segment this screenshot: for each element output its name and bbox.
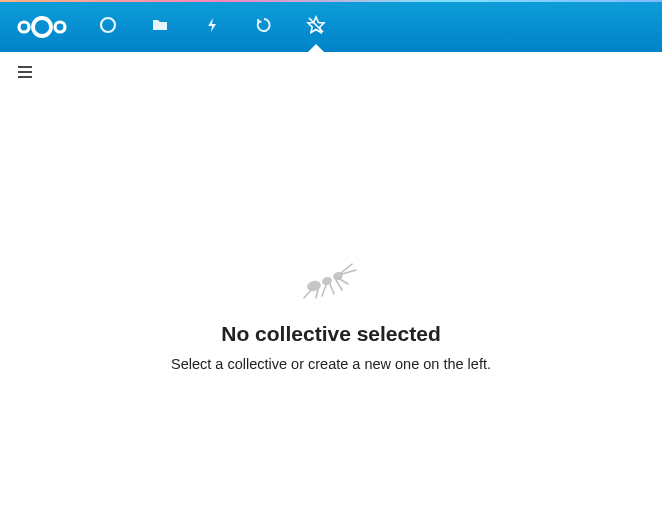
nav-activity[interactable] <box>186 2 238 52</box>
svg-point-2 <box>55 22 65 32</box>
nav-files[interactable] <box>134 2 186 52</box>
svg-point-8 <box>306 279 322 292</box>
subheader <box>0 52 662 96</box>
svg-line-17 <box>336 280 342 290</box>
svg-point-9 <box>321 276 333 286</box>
svg-point-0 <box>19 22 29 32</box>
refresh-icon <box>255 16 273 38</box>
star-outline-icon <box>306 15 326 39</box>
empty-state-title: No collective selected <box>221 322 440 346</box>
app-header <box>0 2 662 52</box>
main-content: No collective selected Select a collecti… <box>0 96 662 372</box>
hamburger-icon <box>17 65 33 83</box>
empty-state-illustration <box>294 256 368 304</box>
svg-line-13 <box>304 289 312 298</box>
svg-line-18 <box>338 278 348 284</box>
nav-collectives[interactable] <box>290 2 342 52</box>
svg-line-16 <box>330 284 334 294</box>
folder-icon <box>151 16 169 38</box>
nav-dashboard[interactable] <box>82 2 134 52</box>
svg-line-15 <box>322 285 326 296</box>
svg-point-3 <box>101 18 115 32</box>
lightning-icon <box>203 16 221 38</box>
ant-icon <box>294 286 368 303</box>
nav-items <box>82 2 342 52</box>
circle-icon <box>99 16 117 38</box>
nextcloud-logo[interactable] <box>12 12 72 42</box>
sidebar-toggle-button[interactable] <box>14 63 36 85</box>
empty-state-subtitle: Select a collective or create a new one … <box>171 356 491 372</box>
nav-updates[interactable] <box>238 2 290 52</box>
svg-point-1 <box>33 18 51 36</box>
